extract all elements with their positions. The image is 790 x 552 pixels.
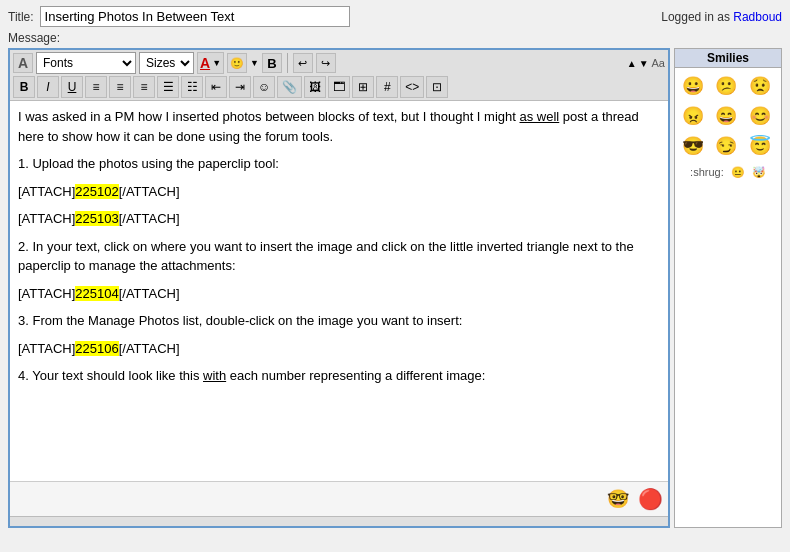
smilies-text-row: :shrug: 😐 🤯 <box>675 164 781 181</box>
attach-tag-3: [ATTACH]225104[/ATTACH] <box>18 286 180 301</box>
unordered-list-button[interactable]: ☰ <box>157 76 179 98</box>
smiley-2[interactable]: 😕 <box>712 72 740 100</box>
hash-button[interactable]: # <box>376 76 398 98</box>
logged-in-status: Logged in as Radboud <box>661 10 782 24</box>
smiley-1[interactable]: 😀 <box>679 72 707 100</box>
font-icon[interactable]: A <box>13 53 33 73</box>
editor-footer: 🤓 🔴 <box>10 481 668 516</box>
emoji-nerd[interactable]: 🤓 <box>604 485 632 513</box>
align-right-button[interactable]: ≡ <box>133 76 155 98</box>
smiley-10[interactable]: 😐 <box>731 166 745 178</box>
attachment-button[interactable]: 🖼 <box>304 76 326 98</box>
title-label: Title: <box>8 10 34 24</box>
smilies-panel: Smilies 😀 😕 😟 😠 😄 😊 😎 😏 😇 :shrug: 😐 🤯 <box>674 48 782 528</box>
emoji-red[interactable]: 🔴 <box>636 485 664 513</box>
smiley-8[interactable]: 😏 <box>712 132 740 160</box>
smiley-11[interactable]: 🤯 <box>752 166 766 178</box>
font-color-button[interactable]: A ▼ <box>197 52 224 74</box>
message-label: Message: <box>8 31 782 45</box>
underlined-as-well: as well <box>520 109 560 124</box>
outdent-button[interactable]: ⇤ <box>205 76 227 98</box>
table-button[interactable]: ⊞ <box>352 76 374 98</box>
shrug-text[interactable]: :shrug: <box>690 166 724 178</box>
undo-button[interactable]: ↩ <box>293 53 313 73</box>
italic-button[interactable]: I <box>37 76 59 98</box>
attach-tag-2: [ATTACH]225103[/ATTACH] <box>18 211 180 226</box>
separator <box>287 53 288 73</box>
username-link[interactable]: Radboud <box>733 10 782 24</box>
align-left-button[interactable]: ≡ <box>85 76 107 98</box>
smiley-media-button[interactable]: ☺ <box>253 76 275 98</box>
editor-content-area[interactable]: I was asked in a PM how I inserted photo… <box>10 101 668 481</box>
align-center-button[interactable]: ≡ <box>109 76 131 98</box>
bold-toggle[interactable]: B <box>262 53 282 73</box>
attach-tag-1: [ATTACH]225102[/ATTACH] <box>18 184 180 199</box>
smilies-grid: 😀 😕 😟 😠 😄 😊 😎 😏 😇 <box>675 68 781 164</box>
title-input[interactable] <box>40 6 350 27</box>
editor-resize-handle[interactable] <box>10 516 668 526</box>
smiley-4[interactable]: 😠 <box>679 102 707 130</box>
smiley-7[interactable]: 😎 <box>679 132 707 160</box>
smiley-button[interactable]: 🙂 <box>227 53 247 73</box>
fonts-select[interactable]: Fonts <box>36 52 136 74</box>
image-button[interactable]: 🗔 <box>328 76 350 98</box>
smiley-9[interactable]: 😇 <box>746 132 774 160</box>
bold-button[interactable]: B <box>13 76 35 98</box>
code-button[interactable]: <> <box>400 76 424 98</box>
resize-icon: Aa <box>652 57 665 69</box>
smiley-3[interactable]: 😟 <box>746 72 774 100</box>
underline-button[interactable]: U <box>61 76 83 98</box>
underlined-with: with <box>203 368 226 383</box>
redo-button[interactable]: ↪ <box>316 53 336 73</box>
scroll-controls: ▲ ▼ <box>627 58 649 69</box>
sizes-select[interactable]: Sizes <box>139 52 194 74</box>
font-color-icon: A <box>200 55 210 71</box>
paperclip-button[interactable]: 📎 <box>277 76 302 98</box>
ordered-list-button[interactable]: ☷ <box>181 76 203 98</box>
smiley-5[interactable]: 😄 <box>712 102 740 130</box>
smiley-6[interactable]: 😊 <box>746 102 774 130</box>
smilies-header: Smilies <box>675 49 781 68</box>
special-button[interactable]: ⊡ <box>426 76 448 98</box>
indent-button[interactable]: ⇥ <box>229 76 251 98</box>
attach-tag-4: [ATTACH]225106[/ATTACH] <box>18 341 180 356</box>
